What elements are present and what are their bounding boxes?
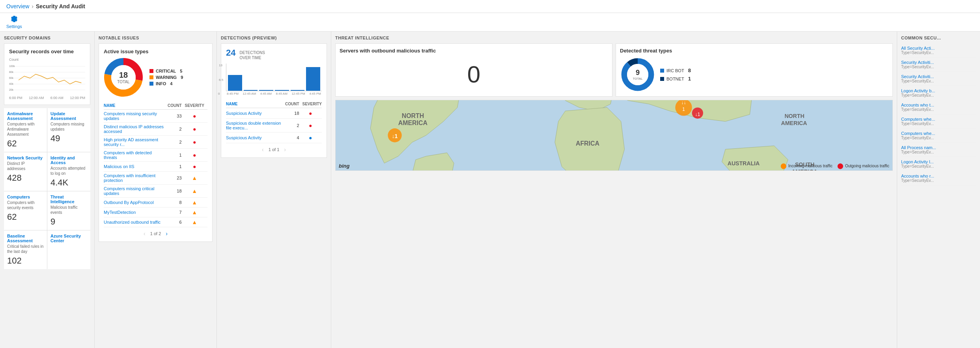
common-item-sub: Type=SecurityEv...: [901, 136, 976, 140]
common-item-sub: Type=SecurityEv...: [901, 93, 976, 97]
issues-table: NAME COUNT SEVERITY Computers missing se…: [104, 102, 207, 227]
critical-icon: ●: [193, 139, 196, 145]
domain-computers-subtitle: Computers with security events: [7, 200, 44, 210]
donut-total-sub: TOTAL: [117, 80, 129, 84]
domain-network[interactable]: Network Security Distinct IP addresses 4…: [4, 152, 47, 191]
notable-pagination: ‹ 1 of 2 ›: [104, 230, 207, 237]
notable-next-button[interactable]: ›: [164, 230, 169, 237]
det-count: 2: [285, 119, 302, 133]
common-item-title[interactable]: Computers whe...: [901, 117, 976, 122]
detections-table: NAME COUNT SEVERITY Suspicious Activity …: [226, 100, 322, 143]
legend-botnet: BOTNET 1: [660, 76, 691, 82]
detections-pagination: ‹ 1 of 1 ›: [226, 146, 322, 153]
svg-text:100k: 100k: [9, 65, 15, 67]
svg-text:40k: 40k: [9, 82, 13, 85]
common-item: Logon Activity b... Type=SecurityEv...: [901, 86, 976, 100]
issue-name[interactable]: High priority AD assessment security r..…: [104, 136, 168, 149]
domain-baseline[interactable]: Baseline Assessment Critical failed rule…: [4, 230, 47, 269]
donut-total-num: 18: [117, 71, 129, 80]
domain-update-title[interactable]: Update Assessment: [50, 111, 87, 121]
bar-5: [291, 90, 305, 91]
settings-button[interactable]: Settings: [6, 15, 22, 29]
common-item-title[interactable]: Accounts who t...: [901, 103, 976, 107]
common-item-sub: Type=SecurityEv...: [901, 79, 976, 83]
common-item-sub: Type=SecurityEv...: [901, 164, 976, 168]
common-item-sub: Type=SecurityEv...: [901, 107, 976, 112]
common-item-title[interactable]: Security Activiti...: [901, 74, 976, 79]
issue-name[interactable]: Unauthorized outbound traffic: [104, 217, 168, 227]
table-row: Computers missing security updates 33 ●: [104, 110, 207, 123]
common-item-title[interactable]: Computers whe...: [901, 131, 976, 136]
notable-issues-column: NOTABLE ISSUES Active issue types 18: [95, 32, 217, 348]
table-row: Malicious on IIS 1 ●: [104, 162, 207, 172]
legend-irc-bot: IRC BOT 8: [660, 67, 691, 73]
domain-baseline-title[interactable]: Baseline Assessment: [7, 234, 44, 243]
notable-prev-button[interactable]: ‹: [142, 230, 147, 237]
common-item-title[interactable]: Accounts who r...: [901, 174, 976, 178]
common-item-title[interactable]: All Process nam...: [901, 145, 976, 150]
domain-azure[interactable]: Azure Security Center: [47, 230, 90, 269]
det-name[interactable]: Suspicious Activity: [226, 133, 285, 143]
critical-icon: ●: [193, 152, 196, 158]
breadcrumb: Overview › Security And Audit: [6, 3, 85, 9]
issue-name[interactable]: Distinct malicious IP addresses accessed: [104, 123, 168, 136]
bar-label-1: 8:45 PM: [227, 92, 239, 95]
det-next-button[interactable]: ›: [282, 146, 287, 153]
donut-legend: CRITICAL 5 WARNING 9 INFO 4: [149, 69, 183, 86]
det-name[interactable]: Suspicious Activity: [226, 108, 285, 119]
legend-info-count: 4: [170, 81, 172, 86]
common-item-title[interactable]: All Security Acti...: [901, 46, 976, 51]
issue-name[interactable]: MyTestDetection: [104, 208, 168, 217]
legend-info-label: INFO: [156, 81, 166, 86]
domain-antimalware[interactable]: Antimalware Assessment Computers with An…: [4, 108, 47, 152]
bing-text: bing: [339, 163, 349, 169]
toolbar: Settings: [0, 13, 980, 32]
domain-computers[interactable]: Computers Computers with security events…: [4, 191, 47, 230]
svg-text:AFRICA: AFRICA: [576, 140, 600, 147]
domain-azure-title[interactable]: Azure Security Center: [50, 234, 87, 243]
domain-threat-count: 9: [50, 217, 87, 227]
common-item-sub: Type=SecurityEv...: [901, 65, 976, 69]
common-item-sub: Type=SecurityEv...: [901, 51, 976, 55]
issue-name[interactable]: Computers missing security updates: [104, 110, 168, 123]
common-item-title[interactable]: Security Activiti...: [901, 60, 976, 65]
bar-label-4: 8:45 AM: [276, 92, 287, 95]
domain-antimalware-title[interactable]: Antimalware Assessment: [7, 111, 44, 121]
table-row: MyTestDetection 7 ▲: [104, 208, 207, 217]
domain-update[interactable]: Update Assessment Computers missing upda…: [47, 108, 90, 152]
issue-name[interactable]: Computers with insufficient protection: [104, 172, 168, 185]
domain-threat-title[interactable]: Threat Intelligence: [50, 195, 87, 204]
breadcrumb-overview[interactable]: Overview: [6, 3, 29, 9]
irc-bot-dot: [660, 69, 664, 73]
domain-identity-title[interactable]: Identity and Access: [50, 155, 87, 165]
table-row: Computers with detected threats 1 ●: [104, 149, 207, 162]
x-label-1: 6:00 PM: [9, 96, 22, 100]
domain-network-title[interactable]: Network Security: [7, 155, 44, 160]
svg-text:1: 1: [682, 107, 685, 112]
bar-6: [306, 67, 320, 91]
issue-count: 2: [168, 123, 185, 136]
domain-update-subtitle: Computers missing updates: [50, 122, 87, 132]
domain-baseline-count: 102: [7, 256, 44, 266]
svg-text:↓1: ↓1: [392, 133, 398, 139]
domain-computers-title[interactable]: Computers: [7, 195, 44, 199]
legend-warning-dot: [149, 75, 153, 79]
bar-3: [259, 90, 273, 91]
issue-name[interactable]: Computers missing critical updates: [104, 185, 168, 198]
det-prev-button[interactable]: ‹: [260, 146, 265, 153]
domain-threat[interactable]: Threat Intelligence Malicious traffic ev…: [47, 191, 90, 230]
outgoing-icon: ⬤: [837, 163, 844, 169]
legend-info-dot: [149, 82, 153, 86]
threat-top-panels: Servers with outbound malicious traffic …: [335, 43, 893, 97]
bar-4: [275, 90, 289, 91]
det-name[interactable]: Suspicious double extension file execu..…: [226, 119, 285, 133]
issue-name[interactable]: Outbound By AppProtocol: [104, 198, 168, 208]
common-item-title[interactable]: Logon Activity b...: [901, 88, 976, 93]
issue-name[interactable]: Computers with detected threats: [104, 149, 168, 162]
domain-identity-count: 4.4K: [50, 178, 87, 188]
common-item-title[interactable]: Logon Activity l...: [901, 159, 976, 164]
warning-icon: ▲: [192, 209, 197, 215]
bar-1: [228, 75, 242, 91]
issue-name[interactable]: Malicious on IIS: [104, 162, 168, 172]
domain-identity[interactable]: Identity and Access Accounts attempted t…: [47, 152, 90, 191]
